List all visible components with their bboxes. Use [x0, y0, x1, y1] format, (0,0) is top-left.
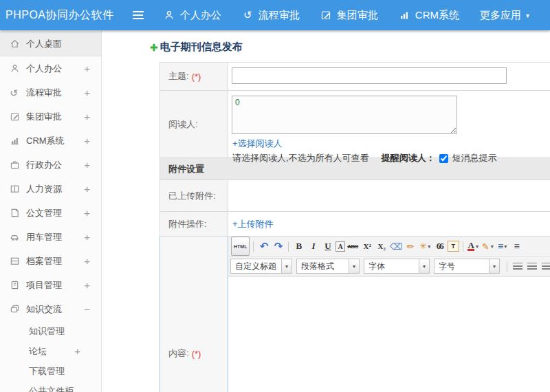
expand-plus-icon[interactable]: + [84, 135, 90, 146]
sidebar-subitem-download-mgmt[interactable]: 下载管理 [0, 361, 101, 381]
attachment-ops-row: 附件操作: +上传附件 [160, 212, 550, 237]
required-mark: (*) [192, 72, 201, 82]
sidebar-item-vehicle-mgmt[interactable]: 用车管理 + [0, 225, 101, 249]
collapse-minus-icon[interactable]: − [84, 303, 90, 315]
sidebar-item-project-mgmt[interactable]: 项目管理 + [0, 273, 101, 297]
sidebar-subitem-forum[interactable]: 论坛 + [0, 341, 101, 361]
font-size-select[interactable]: 字号▾ [434, 259, 500, 274]
subject-row: 主题: (*) [160, 63, 550, 91]
edit-icon [320, 10, 332, 21]
subscript-button[interactable]: X₂ [375, 239, 388, 253]
unordered-list-button[interactable]: ≡ [510, 239, 523, 253]
sidebar-item-admin-office[interactable]: 行政办公 + [0, 153, 101, 177]
sidebar-item-label: 知识管理 [29, 325, 65, 338]
sidebar-item-label: 项目管理 [26, 279, 62, 292]
toolbar-separator [463, 241, 463, 252]
highlight-color-pen-icon[interactable]: ✎▾ [481, 239, 494, 253]
format-brush-icon[interactable]: ✏ [404, 239, 417, 253]
expand-plus-icon[interactable]: + [84, 159, 90, 171]
sms-notify-label: 短消息提示 [452, 152, 497, 164]
content-row: 内容: (*) HTML ↶ ↷ B I U A ABC [160, 237, 550, 392]
nav-label: 流程审批 [258, 9, 300, 22]
sidebar-item-hr[interactable]: 人力资源 + [0, 177, 101, 201]
expand-plus-icon[interactable]: + [84, 279, 90, 291]
expand-plus-icon[interactable]: + [84, 207, 90, 219]
readers-textarea[interactable]: 0 [232, 96, 457, 134]
align-center-button[interactable] [525, 259, 538, 273]
remind-readers-label: 提醒阅读人： [382, 152, 435, 164]
sidebar-item-workflow-approval[interactable]: ↺ 流程审批 + [0, 80, 101, 105]
nav-group-approval[interactable]: 集团审批 [320, 9, 378, 22]
choose-readers-link[interactable]: +选择阅读人 [232, 138, 550, 150]
sidebar-subitem-public-cabinet[interactable]: 公共文件柜 [0, 381, 101, 392]
required-mark: (*) [192, 349, 201, 359]
font-style-button[interactable]: A [336, 241, 344, 252]
book-icon [10, 184, 26, 194]
edit-icon [10, 111, 26, 122]
undo-button[interactable]: ↶ [257, 239, 270, 253]
sidebar-item-document-mgmt[interactable]: 公文管理 + [0, 201, 101, 225]
expand-plus-icon[interactable]: + [84, 87, 90, 98]
subject-input[interactable] [232, 67, 507, 84]
align-right-button[interactable] [540, 259, 550, 273]
quick-format-wand-icon[interactable]: ✳▾ [419, 239, 432, 253]
sidebar-item-group-approval[interactable]: 集团审批 + [0, 105, 101, 129]
nav-workflow-approval[interactable]: ↺ 流程审批 [242, 9, 300, 22]
sidebar-subitem-knowledge-mgmt[interactable]: 知识管理 [0, 321, 101, 341]
notebook-icon [10, 280, 26, 290]
underline-button[interactable]: U [321, 239, 334, 253]
toolbar-separator [288, 241, 289, 252]
expand-plus-icon[interactable]: + [74, 345, 80, 357]
expand-plus-icon[interactable]: + [84, 111, 90, 122]
nav-crm-system[interactable]: CRM系统 [399, 9, 459, 22]
font-color-button[interactable]: A▾ [467, 239, 480, 253]
green-plus-icon: ✚ [150, 42, 158, 53]
upload-attachment-link[interactable]: +上传附件 [232, 218, 274, 230]
readers-row: 阅读人: 0 +选择阅读人 请选择阅读人,不选为所有人可查看 提醒阅读人： 短消… [160, 91, 550, 158]
editor-content-area[interactable] [228, 276, 550, 392]
strikethrough-button[interactable]: ABC [346, 239, 360, 253]
hamburger-menu-icon[interactable] [133, 14, 142, 16]
remove-format-eraser-icon[interactable]: ⌫ [390, 239, 403, 253]
sidebar-item-archive-mgmt[interactable]: 档案管理 + [0, 249, 101, 273]
sidebar-item-label: CRM系统 [26, 135, 65, 147]
italic-button[interactable]: I [307, 239, 320, 253]
nav-more-apps[interactable]: 更多应用 ▾ [480, 9, 529, 22]
html-source-button[interactable]: HTML [231, 237, 250, 256]
bold-button[interactable]: B [292, 239, 305, 253]
person-icon [164, 10, 175, 21]
nav-personal-office[interactable]: 个人办公 [164, 9, 221, 22]
expand-plus-icon[interactable]: + [84, 231, 90, 243]
sidebar-item-label: 知识交流 [26, 303, 62, 316]
superscript-button[interactable]: X² [361, 239, 374, 253]
content-label: 内容: (*) [160, 237, 228, 392]
heading-style-select[interactable]: 自定义标题▾ [230, 259, 292, 274]
sms-notify-checkbox[interactable] [439, 154, 448, 163]
ordered-list-button[interactable]: ≡▾ [496, 239, 509, 253]
sidebar-item-label: 个人办公 [26, 63, 62, 75]
uploaded-attachments-row: 已上传附件: [160, 180, 550, 212]
paragraph-format-select[interactable]: 段落格式▾ [296, 259, 360, 274]
archive-icon [10, 256, 26, 266]
blockquote-button[interactable]: 66 [433, 239, 446, 253]
sidebar-item-knowledge-exchange[interactable]: 知识交流 − [0, 297, 101, 321]
expand-plus-icon[interactable]: + [84, 255, 90, 267]
sidebar-item-personal-desktop[interactable]: 个人桌面 [0, 32, 101, 56]
chevron-down-icon: ▾ [349, 259, 359, 273]
chevron-down-icon: ▾ [526, 12, 529, 19]
font-family-select[interactable]: 字体▾ [364, 259, 430, 274]
sidebar-item-label: 档案管理 [26, 255, 62, 268]
expand-plus-icon[interactable]: + [84, 63, 90, 74]
paste-as-text-icon[interactable]: T [448, 241, 459, 252]
sidebar-item-personal-office[interactable]: 个人办公 + [0, 56, 101, 80]
sidebar-item-crm[interactable]: CRM系统 + [0, 129, 101, 153]
readers-label: 阅读人: [160, 91, 228, 157]
toolbar-separator [507, 261, 507, 272]
page-title: ✚ 电子期刊信息发布 [150, 41, 550, 54]
expand-plus-icon[interactable]: + [84, 183, 90, 195]
car-icon [10, 232, 26, 242]
sidebar-item-label: 公共文件柜 [29, 385, 74, 392]
redo-button[interactable]: ↷ [272, 239, 285, 253]
editor-toolbar-row1: HTML ↶ ↷ B I U A ABC X² X₂ ⌫ ✏ [228, 237, 550, 256]
align-left-button[interactable] [511, 259, 524, 273]
